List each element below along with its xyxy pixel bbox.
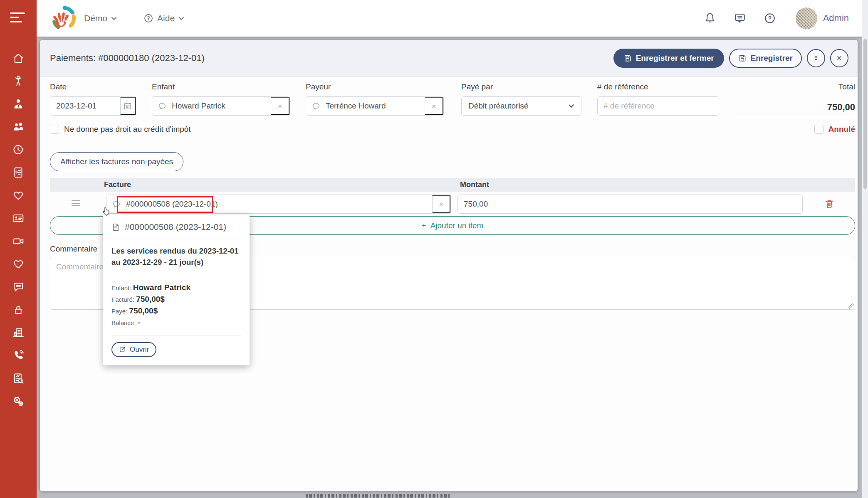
montant-field — [457, 195, 803, 214]
svg-text:?: ? — [768, 15, 772, 22]
payeur-clear-button[interactable]: × — [425, 97, 443, 115]
date-picker-button[interactable] — [120, 97, 136, 115]
help-button[interactable]: ? — [763, 12, 777, 25]
document-icon — [111, 222, 120, 232]
sidebar-item-calls[interactable] — [10, 349, 27, 362]
credit-checkbox[interactable] — [50, 125, 59, 134]
popover-facture-row: Facturé: 750,00$ — [111, 293, 241, 305]
messages-button[interactable] — [733, 12, 747, 25]
clear-icon: × — [431, 102, 436, 110]
credit-checkbox-label: Ne donne pas droit au crédit d'impôt — [64, 125, 191, 134]
row-drag-handle[interactable] — [72, 200, 80, 208]
save-icon — [738, 54, 747, 62]
reference-input[interactable] — [598, 101, 719, 111]
clear-icon: × — [277, 102, 282, 110]
topbar: Démo ? Aide ? Admin — [37, 0, 868, 37]
add-item-label: Ajouter un item — [430, 221, 484, 230]
sidebar-item-settings[interactable] — [10, 394, 27, 407]
drag-handle-icon — [72, 200, 80, 201]
bell-icon — [704, 12, 716, 25]
popover-paye-value: 750,00$ — [129, 306, 158, 315]
menu-toggle-button[interactable] — [10, 12, 27, 25]
sidebar-item-messages[interactable] — [10, 280, 27, 293]
hamburger-icon — [10, 12, 25, 14]
sidebar: $ — [0, 0, 37, 498]
sidebar-item-security[interactable] — [10, 303, 27, 316]
close-button[interactable]: × — [830, 49, 848, 67]
sidebar-item-heart-2[interactable] — [10, 257, 27, 270]
sidebar-item-heart[interactable] — [10, 189, 27, 202]
educator-icon — [12, 98, 25, 110]
user-menu[interactable]: Admin — [793, 7, 851, 30]
total-value: 750,00 — [734, 97, 855, 117]
chevron-down-icon — [178, 17, 184, 20]
sidebar-item-invoice[interactable]: $ — [10, 166, 27, 179]
save-button[interactable]: Enregistrer — [729, 49, 802, 68]
sidebar-item-reports[interactable] — [10, 372, 27, 385]
sidebar-item-facility[interactable] — [10, 326, 27, 339]
facture-value: #000000508 (2023-12-01) — [121, 200, 432, 209]
popover-balance-row: Balance: - — [111, 317, 241, 328]
show-unpaid-invoices-button[interactable]: Afficher les factures non-payées — [50, 152, 183, 171]
reference-field — [597, 96, 719, 116]
kebab-icon — [815, 55, 817, 61]
trash-icon — [824, 198, 835, 210]
avatar — [796, 7, 817, 29]
question-circle-icon: ? — [143, 13, 153, 23]
montant-input[interactable] — [458, 200, 802, 209]
id-card-icon — [12, 212, 25, 224]
building-icon — [12, 326, 25, 339]
date-field — [50, 96, 136, 116]
app-screen: $ — [0, 0, 868, 498]
svg-text:$: $ — [15, 170, 18, 174]
popover-paye-row: Payé: 750,00$ — [111, 305, 241, 317]
speech-bubble-icon — [312, 101, 321, 111]
sidebar-item-home[interactable] — [10, 52, 27, 64]
facture-clear-button[interactable]: × — [432, 195, 450, 213]
paye-par-select[interactable]: Débit préautorisé — [461, 96, 581, 116]
divider — [111, 275, 241, 275]
enfant-clear-button[interactable]: × — [271, 97, 289, 115]
sidebar-item-educator[interactable] — [10, 97, 27, 110]
save-icon — [623, 54, 632, 62]
payeur-field[interactable]: Terrénce Howard × — [306, 96, 444, 116]
more-actions-button[interactable] — [807, 49, 825, 67]
open-invoice-button[interactable]: Ouvrir — [111, 342, 156, 357]
scrollbar-thumb[interactable] — [863, 39, 867, 189]
reference-label: # de référence — [597, 82, 648, 91]
popover-enfant-value: Howard Patrick — [133, 283, 190, 292]
chevron-down-icon — [568, 104, 574, 108]
notifications-button[interactable] — [703, 12, 717, 25]
sidebar-item-child[interactable] — [10, 74, 27, 87]
card-header: Paiements: #000000180 (2023-12-01) Enreg… — [40, 40, 858, 76]
sidebar-item-group[interactable] — [10, 120, 27, 133]
sidebar-item-clock[interactable] — [10, 143, 27, 156]
org-menu[interactable]: Démo — [82, 13, 119, 24]
clock-icon — [12, 143, 25, 156]
facture-field[interactable]: #000000508 (2023-12-01) × — [106, 195, 451, 214]
heart-icon — [12, 258, 25, 270]
resize-grip-icon[interactable] — [848, 303, 854, 309]
help-menu[interactable]: ? Aide — [141, 13, 187, 24]
divider — [111, 239, 241, 239]
invoice-description: Les services rendus du 2023-12-01 au 202… — [111, 246, 241, 268]
chat-bubble-icon — [734, 12, 746, 25]
speech-bubble-icon — [158, 101, 167, 111]
child-icon — [12, 75, 25, 87]
date-input[interactable] — [50, 101, 120, 111]
enfant-field[interactable]: Howard Patrick × — [152, 96, 290, 116]
sidebar-item-video[interactable] — [10, 234, 27, 247]
home-icon — [12, 52, 25, 64]
annule-checkbox[interactable] — [814, 125, 823, 134]
speech-bubble-icon — [112, 200, 121, 209]
lock-icon — [12, 303, 25, 316]
sidebar-item-idcard[interactable] — [10, 212, 27, 224]
invoice-option[interactable]: #000000508 (2023-12-01) — [111, 222, 226, 232]
invoice-option-label: #000000508 (2023-12-01) — [125, 222, 226, 232]
credit-checkbox-row: Ne donne pas droit au crédit d'impôt — [50, 125, 191, 134]
delete-row-button[interactable] — [823, 198, 835, 210]
save-and-close-button[interactable]: Enregistrer et fermer — [613, 49, 724, 68]
scrollbar — [862, 0, 868, 498]
phone-icon — [12, 349, 25, 362]
chat-icon — [12, 281, 25, 293]
